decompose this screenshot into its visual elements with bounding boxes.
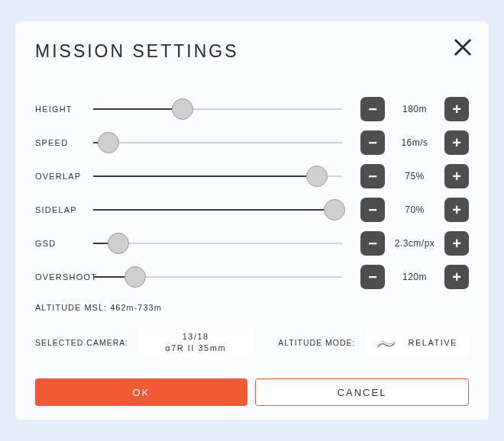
row-sidelap: SIDELAP − 70% + (35, 193, 469, 227)
minus-button[interactable]: − (360, 164, 385, 188)
value-gsd: 2.3cm/px (385, 238, 444, 249)
slider-sidelap[interactable] (93, 199, 342, 220)
selected-camera-box[interactable]: 13/18 α7R II 35mm (137, 327, 254, 358)
thumb-speed[interactable] (98, 132, 119, 153)
cancel-button[interactable]: CANCEL (255, 378, 469, 406)
altitude-mode-value: RELATIVE (409, 338, 457, 347)
stepper-speed: − 16m/s + (360, 130, 469, 155)
thumb-gsd[interactable] (108, 233, 129, 254)
plus-button[interactable]: + (444, 265, 469, 289)
slider-rows: HEIGHT − 180m + SPEED − 16m/s + (35, 92, 469, 294)
slider-speed[interactable] (93, 132, 342, 153)
minus-button[interactable]: − (360, 265, 385, 289)
row-overshoot: OVERSHOOT − 120m + (35, 260, 469, 294)
slider-overlap[interactable] (93, 166, 342, 187)
thumb-overlap[interactable] (306, 166, 328, 187)
slider-gsd[interactable] (93, 233, 342, 254)
dialog-buttons: OK CANCEL (35, 378, 469, 406)
value-speed: 16m/s (385, 137, 444, 148)
stepper-height: − 180m + (360, 97, 469, 121)
slider-height[interactable] (93, 98, 342, 120)
altitude-mode-label: ALTITUDE MODE: (278, 338, 355, 347)
mission-settings-panel: MISSION SETTINGS HEIGHT − 180m + SPEED (15, 21, 489, 420)
row-overlap: OVERLAP − 75% + (35, 159, 469, 193)
ok-button[interactable]: OK (35, 378, 247, 406)
stepper-overlap: − 75% + (360, 164, 469, 188)
value-overlap: 75% (385, 171, 444, 182)
row-height: HEIGHT − 180m + (35, 92, 469, 126)
thumb-sidelap[interactable] (324, 199, 345, 220)
stepper-sidelap: − 70% + (360, 198, 469, 222)
minus-button[interactable]: − (360, 198, 385, 222)
plus-button[interactable]: + (444, 164, 469, 188)
thumb-overshoot[interactable] (124, 266, 146, 288)
label-height: HEIGHT (35, 105, 93, 114)
value-overshoot: 120m (385, 272, 444, 282)
close-button[interactable] (452, 37, 473, 58)
altitude-msl-readout: ALTITUDE MSL: 462m-733m (35, 303, 469, 312)
value-height: 180m (385, 104, 444, 114)
label-overlap: OVERLAP (35, 172, 93, 181)
plus-button[interactable]: + (444, 97, 469, 121)
altitude-mode-box[interactable]: RELATIVE (365, 327, 469, 358)
label-gsd: GSD (35, 239, 93, 248)
row-speed: SPEED − 16m/s + (35, 126, 469, 159)
slider-overshoot[interactable] (93, 266, 342, 288)
minus-button[interactable]: − (360, 231, 385, 256)
label-speed: SPEED (35, 138, 93, 147)
label-sidelap: SIDELAP (35, 205, 93, 214)
info-row: SELECTED CAMERA: 13/18 α7R II 35mm ALTIT… (35, 327, 469, 358)
minus-button[interactable]: − (360, 97, 385, 121)
plus-button[interactable]: + (444, 231, 469, 256)
selected-camera-label: SELECTED CAMERA: (35, 338, 128, 347)
stepper-gsd: − 2.3cm/px + (360, 231, 469, 256)
plus-button[interactable]: + (444, 130, 469, 155)
camera-index: 13/18 (183, 331, 209, 343)
label-overshoot: OVERSHOOT (35, 272, 93, 282)
thumb-height[interactable] (172, 98, 193, 120)
terrain-follow-icon (376, 334, 398, 351)
row-gsd: GSD − 2.3cm/px + (35, 227, 469, 260)
value-sidelap: 70% (385, 204, 444, 215)
camera-model: α7R II 35mm (165, 343, 226, 354)
stepper-overshoot: − 120m + (360, 265, 469, 289)
close-icon (452, 47, 473, 60)
panel-title: MISSION SETTINGS (35, 41, 469, 62)
minus-button[interactable]: − (360, 130, 385, 155)
plus-button[interactable]: + (444, 198, 469, 222)
